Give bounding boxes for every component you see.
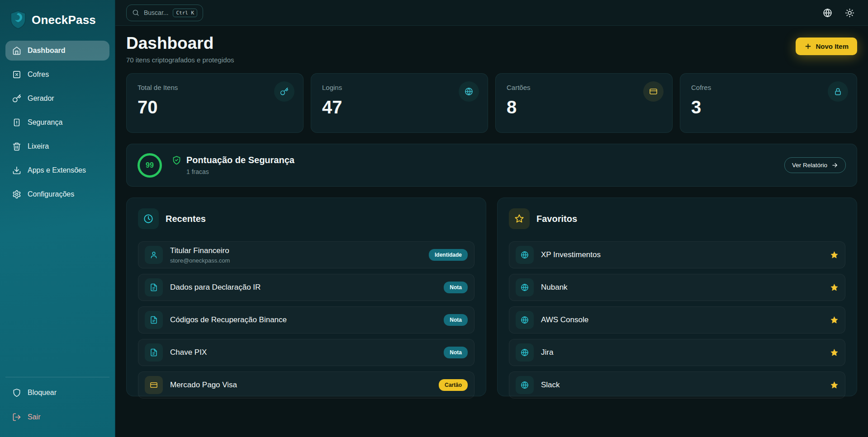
stat-label: Logins xyxy=(322,84,477,91)
user-icon xyxy=(150,251,158,259)
favorite-star-icon[interactable] xyxy=(830,283,839,292)
globe-icon xyxy=(521,348,529,357)
security-score-ring: 99 xyxy=(138,153,162,178)
search-placeholder: Buscar... xyxy=(144,9,168,16)
security-score-card: 99 Pontuação de Segurança 1 fracas Ver R… xyxy=(126,144,857,187)
gear-icon xyxy=(12,190,21,199)
recent-list: Titular Financeiro store@oneckpass.com I… xyxy=(138,241,474,399)
sidebar-item-label: Cofres xyxy=(28,70,49,79)
app-name: OneckPass xyxy=(32,13,96,27)
clock-icon xyxy=(143,214,153,224)
file-text-icon xyxy=(150,348,158,357)
sidebar-footer-item[interactable]: Sair xyxy=(5,407,109,427)
favorite-item[interactable]: XP Investimentos xyxy=(509,241,845,268)
stat-value: 3 xyxy=(691,98,846,116)
home-icon xyxy=(12,46,21,55)
recent-item-title: Titular Financeiro xyxy=(170,246,230,255)
theme-toggle-sun-icon[interactable] xyxy=(845,8,854,18)
sidebar-item-label: Dashboard xyxy=(28,47,66,55)
sidebar-item[interactable]: Lixeira xyxy=(5,136,109,156)
search-input[interactable]: Buscar... Ctrl K xyxy=(126,5,203,21)
favorites-panel: Favoritos XP Investimentos xyxy=(497,197,857,396)
key-icon xyxy=(12,94,21,103)
page-header: Dashboard 70 itens criptografados e prot… xyxy=(126,34,857,64)
security-subtitle: 1 fracas xyxy=(186,168,294,175)
logout-icon xyxy=(12,413,21,422)
sidebar-footer-item[interactable]: Bloquear xyxy=(5,383,109,403)
stat-label: Cofres xyxy=(691,84,846,91)
search-shortcut-badge: Ctrl K xyxy=(173,9,197,17)
sidebar-footer-item-label: Sair xyxy=(28,413,40,421)
recent-item-title: Chave PIX xyxy=(170,348,207,357)
recent-panel: Recentes Titular Financeiro store@oneckp… xyxy=(126,197,486,396)
main-area: Buscar... Ctrl K Dashboard 70 itens crip… xyxy=(115,0,868,437)
recent-item-title: Dados para Declaração IR xyxy=(170,283,261,292)
favorite-item-title: Jira xyxy=(541,348,553,357)
sidebar-item-label: Segurança xyxy=(28,118,62,127)
search-icon xyxy=(132,9,139,16)
dashboard-content: Dashboard 70 itens criptografados e prot… xyxy=(115,26,868,437)
favorite-item[interactable]: Jira xyxy=(509,339,845,366)
download-icon xyxy=(12,166,21,175)
credit-card-icon xyxy=(150,381,158,389)
topbar: Buscar... Ctrl K xyxy=(115,0,868,26)
recent-item[interactable]: Dados para Declaração IR Nota xyxy=(138,274,474,301)
sidebar-item-label: Lixeira xyxy=(28,142,49,150)
panels-row: Recentes Titular Financeiro store@oneckp… xyxy=(126,197,857,396)
new-item-button-label: Novo Item xyxy=(816,42,849,50)
favorite-star-icon[interactable] xyxy=(830,316,839,324)
sidebar-item[interactable]: Cofres xyxy=(5,65,109,85)
recent-item[interactable]: Chave PIX Nota xyxy=(138,339,474,366)
favorite-star-icon[interactable] xyxy=(830,251,839,259)
favorites-panel-header: Favoritos xyxy=(509,208,845,229)
sidebar-item-label: Configurações xyxy=(28,190,74,198)
recent-item[interactable]: Titular Financeiro store@oneckpass.com I… xyxy=(138,241,474,268)
app-logo-icon xyxy=(9,10,27,30)
view-report-label: Ver Relatório xyxy=(792,162,827,169)
sidebar-footer: Bloquear Sair xyxy=(5,377,109,427)
favorite-item-title: XP Investimentos xyxy=(541,250,601,259)
stat-card: Logins 47 xyxy=(311,73,488,133)
view-report-button[interactable]: Ver Relatório xyxy=(784,157,846,173)
sidebar-item-label: Apps e Extensões xyxy=(28,166,86,174)
app-logo: OneckPass xyxy=(5,8,109,41)
recent-item[interactable]: Mercado Pago Visa Cartão xyxy=(138,371,474,399)
key-icon xyxy=(280,87,289,96)
item-type-badge: Nota xyxy=(444,314,468,326)
favorite-item[interactable]: Nubank xyxy=(509,274,845,301)
favorite-star-icon[interactable] xyxy=(830,348,839,357)
recent-item[interactable]: Códigos de Recuperação Binance Nota xyxy=(138,306,474,334)
globe-icon xyxy=(521,251,529,259)
topbar-actions xyxy=(823,8,854,18)
new-item-button[interactable]: Novo Item xyxy=(796,38,857,55)
favorite-star-icon[interactable] xyxy=(830,381,839,390)
stat-value: 8 xyxy=(507,98,661,116)
security-text: Pontuação de Segurança 1 fracas xyxy=(172,155,294,175)
recent-panel-title: Recentes xyxy=(166,214,206,224)
globe-icon xyxy=(465,87,473,96)
item-type-badge: Cartão xyxy=(439,379,468,391)
page-subtitle: 70 itens criptografados e protegidos xyxy=(126,56,234,64)
favorite-item[interactable]: AWS Console xyxy=(509,306,845,334)
favorite-item-title: Nubank xyxy=(541,283,568,292)
stat-label: Total de Itens xyxy=(138,84,292,91)
sidebar-item[interactable]: Segurança xyxy=(5,113,109,132)
stat-card: Total de Itens 70 xyxy=(126,73,304,133)
doc-alert-icon xyxy=(12,118,21,127)
recent-item-subtitle: store@oneckpass.com xyxy=(170,257,230,264)
sidebar-item[interactable]: Apps e Extensões xyxy=(5,160,109,180)
language-globe-icon[interactable] xyxy=(823,8,832,18)
item-type-badge: Identidade xyxy=(429,249,468,261)
recent-item-title: Mercado Pago Visa xyxy=(170,381,237,390)
sidebar-item[interactable]: Dashboard xyxy=(5,41,109,61)
file-text-icon xyxy=(150,316,158,324)
favorite-item-title: AWS Console xyxy=(541,315,588,324)
sidebar-item[interactable]: Configurações xyxy=(5,184,109,204)
stat-label: Cartões xyxy=(507,84,661,91)
favorite-item[interactable]: Slack xyxy=(509,371,845,399)
stat-card: Cofres 3 xyxy=(680,73,857,133)
favorite-item-title: Slack xyxy=(541,381,560,390)
star-icon xyxy=(514,214,524,224)
sidebar-item[interactable]: Gerador xyxy=(5,89,109,108)
arrow-right-icon xyxy=(831,162,838,169)
